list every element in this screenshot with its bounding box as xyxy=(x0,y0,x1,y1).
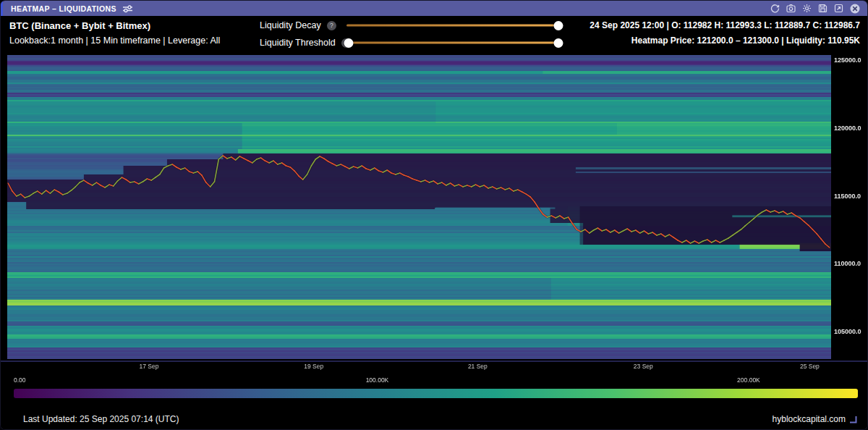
settings-icon[interactable] xyxy=(802,4,812,13)
refresh-icon[interactable] xyxy=(770,4,780,13)
tune-sliders-icon[interactable] xyxy=(122,4,133,13)
x-axis-tick: 19 Sep xyxy=(304,363,323,370)
liquidity-colorbar-section: 0.00 100.00K 200.00K xyxy=(1,370,867,408)
lookback-settings: Lookback:1 month | 15 Min timeframe | Le… xyxy=(9,33,220,49)
titlebar-accent xyxy=(1,1,3,16)
screenshot-icon[interactable] xyxy=(786,4,796,13)
y-axis-tick: 105000.0 xyxy=(834,328,861,335)
chart-header: BTC (Binance + Bybit + Bitmex) Lookback:… xyxy=(1,16,867,51)
x-axis-tick: 17 Sep xyxy=(139,363,158,370)
footer: Last Updated: 25 Sep 2025 07:14 (UTC) hy… xyxy=(1,408,867,430)
symbol-block: BTC (Binance + Bybit + Bitmex) Lookback:… xyxy=(9,18,220,49)
colorbar-gradient xyxy=(14,389,858,398)
liquidity-threshold-label: Liquidity Threshold xyxy=(260,38,336,48)
sliders-block: Liquidity Decay ? Liquidity Threshold ? xyxy=(260,16,569,51)
liquidity-threshold-row: Liquidity Threshold ? xyxy=(260,35,569,50)
symbol-title: BTC (Binance + Bybit + Bitmex) xyxy=(9,18,220,33)
close-icon[interactable] xyxy=(850,4,860,14)
resize-corner-icon[interactable] xyxy=(849,416,857,423)
save-icon[interactable] xyxy=(818,4,827,13)
liquidity-decay-thumb[interactable] xyxy=(554,21,563,30)
export-icon[interactable] xyxy=(834,4,843,13)
chart-area: 125000.0120000.0115000.0110000.0105000.0… xyxy=(1,51,867,370)
y-axis-tick: 115000.0 xyxy=(834,193,861,200)
x-axis-tick: 23 Sep xyxy=(634,363,653,370)
colorbar-label-mid: 100.00K xyxy=(366,376,389,384)
liquidation-heatmap-canvas[interactable] xyxy=(1,51,868,370)
y-axis-tick: 110000.0 xyxy=(834,260,861,267)
titlebar: HEATMAP – LIQUIDATIONS xyxy=(1,1,867,16)
heatmap-liquidations-window: HEATMAP – LIQUIDATIONS xyxy=(0,0,868,430)
liquidity-threshold-slider[interactable] xyxy=(346,42,558,44)
y-axis-tick: 125000.0 xyxy=(834,56,861,64)
y-axis-tick: 120000.0 xyxy=(834,125,861,132)
liquidity-decay-row: Liquidity Decay ? xyxy=(260,18,569,33)
x-axis-tick: 25 Sep xyxy=(800,363,820,370)
last-updated-text: Last Updated: 25 Sep 2025 07:14 (UTC) xyxy=(23,414,179,424)
info-icon[interactable]: ? xyxy=(327,21,336,30)
liquidity-decay-label: Liquidity Decay xyxy=(260,20,321,30)
heatmap-hover-readout: Heatmap Price: 121200.0 – 121300.0 | Liq… xyxy=(590,33,860,49)
ohlc-block: 24 Sep 2025 12:00 | O: 112982 H: 112993.… xyxy=(590,18,860,49)
colorbar-label-max: 200.00K xyxy=(737,376,760,384)
x-axis-tick: 21 Sep xyxy=(468,363,488,370)
ohlc-readout: 24 Sep 2025 12:00 | O: 112982 H: 112993.… xyxy=(590,18,860,33)
brand-link[interactable]: hyblockcapital.com xyxy=(773,414,846,424)
liquidity-threshold-thumb-low[interactable] xyxy=(344,38,353,48)
colorbar-label-min: 0.00 xyxy=(14,376,26,384)
titlebar-toolbar xyxy=(770,1,860,16)
liquidity-threshold-thumb-high[interactable] xyxy=(554,38,563,48)
window-title: HEATMAP – LIQUIDATIONS xyxy=(11,4,116,13)
liquidity-decay-slider[interactable] xyxy=(346,25,558,27)
x-axis-separator xyxy=(1,361,867,362)
